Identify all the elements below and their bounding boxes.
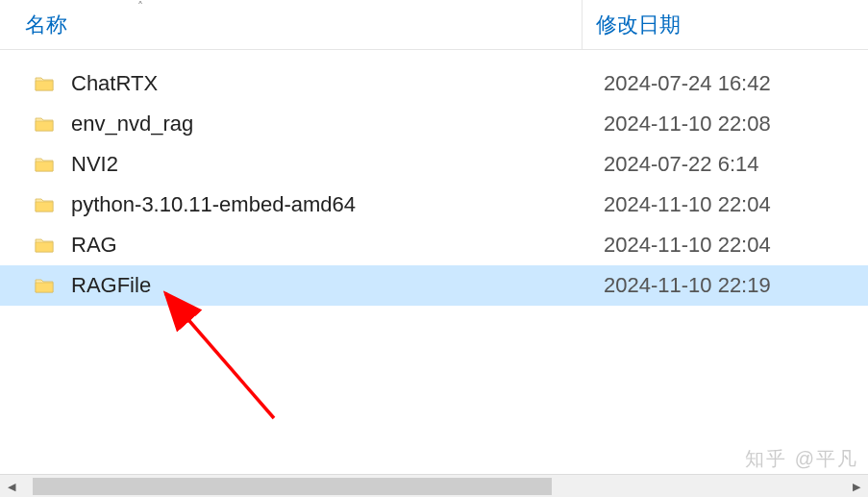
file-name-label: NVI2: [71, 152, 118, 177]
file-name-label: RAGFile: [71, 273, 151, 298]
cell-date: 2024-11-10 22:04: [583, 192, 868, 217]
folder-icon: [35, 76, 54, 91]
file-name-label: ChatRTX: [71, 71, 158, 96]
cell-name: ChatRTX: [0, 71, 583, 96]
horizontal-scrollbar[interactable]: ◀ ▶: [0, 474, 868, 497]
file-name-label: RAG: [71, 233, 117, 258]
scroll-right-button[interactable]: ▶: [845, 475, 868, 497]
cell-name: NVI2: [0, 152, 583, 177]
column-header-row: 名称 ˄ 修改日期: [0, 0, 868, 50]
column-header-name-label: 名称: [25, 11, 67, 39]
chevron-left-icon: ◀: [8, 481, 15, 493]
column-header-name[interactable]: 名称 ˄: [0, 0, 583, 49]
chevron-right-icon: ▶: [853, 481, 860, 493]
scroll-track[interactable]: [23, 475, 845, 497]
cell-date: 2024-11-10 22:19: [583, 273, 868, 298]
table-row[interactable]: RAGFile2024-11-10 22:19: [0, 265, 868, 306]
folder-icon: [35, 278, 54, 293]
scroll-left-button[interactable]: ◀: [0, 475, 23, 497]
cell-date: 2024-11-10 22:04: [583, 233, 868, 258]
rows-container: ChatRTX2024-07-24 16:42env_nvd_rag2024-1…: [0, 50, 868, 306]
folder-icon: [35, 237, 54, 253]
cell-date: 2024-11-10 22:08: [583, 112, 868, 137]
scroll-thumb[interactable]: [33, 478, 552, 495]
column-header-date[interactable]: 修改日期: [583, 0, 868, 49]
cell-name: env_nvd_rag: [0, 112, 583, 137]
file-name-label: python-3.10.11-embed-amd64: [71, 192, 356, 217]
folder-icon: [35, 157, 54, 172]
cell-date: 2024-07-24 16:42: [583, 71, 868, 96]
cell-name: RAGFile: [0, 273, 583, 298]
table-row[interactable]: RAG2024-11-10 22:04: [0, 225, 868, 265]
folder-icon: [35, 116, 54, 132]
cell-name: python-3.10.11-embed-amd64: [0, 192, 583, 217]
file-name-label: env_nvd_rag: [71, 112, 193, 137]
table-row[interactable]: env_nvd_rag2024-11-10 22:08: [0, 104, 868, 144]
file-listing: 名称 ˄ 修改日期 ChatRTX2024-07-24 16:42env_nvd…: [0, 0, 868, 466]
sort-ascending-icon: ˄: [137, 0, 143, 13]
table-row[interactable]: python-3.10.11-embed-amd642024-11-10 22:…: [0, 185, 868, 225]
cell-name: RAG: [0, 233, 583, 258]
table-row[interactable]: ChatRTX2024-07-24 16:42: [0, 63, 868, 104]
column-header-date-label: 修改日期: [596, 11, 681, 39]
cell-date: 2024-07-22 6:14: [583, 152, 868, 177]
table-row[interactable]: NVI22024-07-22 6:14: [0, 144, 868, 185]
folder-icon: [35, 197, 54, 212]
